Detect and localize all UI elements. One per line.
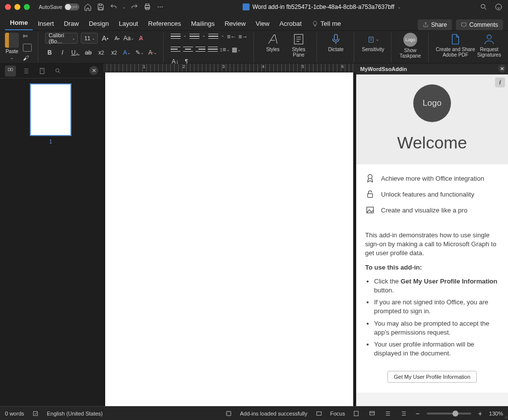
autosave-toggle[interactable]: OFF <box>64 3 79 10</box>
bullets-icon[interactable] <box>171 33 181 40</box>
close-pane-icon[interactable]: ✕ <box>498 65 506 72</box>
page-thumbnail[interactable] <box>30 83 71 136</box>
tab-insert[interactable]: Insert <box>33 17 59 30</box>
clear-format-icon[interactable]: A̷ <box>136 34 145 42</box>
tab-home[interactable]: Home <box>5 16 33 30</box>
autosave[interactable]: AutoSave OFF <box>39 3 79 10</box>
zoom-in[interactable]: + <box>478 410 482 418</box>
align-center-icon[interactable] <box>183 46 193 53</box>
share-button[interactable]: Share <box>418 19 452 30</box>
tab-layout[interactable]: Layout <box>114 17 143 30</box>
focus-mode[interactable]: Focus <box>330 411 345 417</box>
copy-icon[interactable] <box>23 44 32 52</box>
svg-point-4 <box>496 4 502 10</box>
tab-acrobat[interactable]: Acrobat <box>274 17 307 30</box>
change-case-icon[interactable]: Aa⌄ <box>125 34 133 42</box>
numbering-icon[interactable] <box>190 33 199 40</box>
word-count[interactable]: 0 words <box>5 411 24 417</box>
redo-icon[interactable] <box>130 2 139 11</box>
align-right-icon[interactable] <box>195 46 205 53</box>
tab-mailings[interactable]: Mailings <box>186 17 220 30</box>
focus-icon[interactable] <box>315 410 323 417</box>
svg-rect-9 <box>8 68 10 70</box>
justify-icon[interactable] <box>208 46 218 53</box>
paste-button[interactable]: Paste ⌄ <box>5 33 19 60</box>
addins-status-icon[interactable] <box>224 410 233 417</box>
undo-icon[interactable] <box>109 2 118 11</box>
title-caret-icon[interactable]: ⌄ <box>397 4 401 9</box>
styles-pane-button[interactable]: Styles Pane <box>287 33 311 58</box>
zoom-out[interactable]: − <box>415 410 419 418</box>
highlight-icon[interactable]: ✎⌄ <box>135 49 144 57</box>
ribbon-tabs: Home Insert Draw Design Layout Reference… <box>0 14 508 31</box>
home-icon[interactable] <box>83 2 92 11</box>
bold-icon[interactable]: B <box>45 49 54 57</box>
thumbnails-tab-icon[interactable] <box>5 66 16 76</box>
indent-left-icon[interactable]: ≡← <box>227 33 236 41</box>
superscript-icon[interactable]: x2 <box>110 49 119 57</box>
subscript-icon[interactable]: x2 <box>97 49 106 57</box>
align-left-icon[interactable] <box>171 46 181 53</box>
close-nav-icon[interactable]: ✕ <box>89 66 98 75</box>
request-signatures-button[interactable]: Request Signatures <box>477 33 501 58</box>
view-outline-icon[interactable] <box>383 410 392 417</box>
strikethrough-icon[interactable]: ab <box>84 49 93 57</box>
comments-button[interactable]: Comments <box>456 19 503 30</box>
close-window[interactable] <box>5 4 11 10</box>
tell-me[interactable]: Tell me <box>307 17 346 30</box>
tab-review[interactable]: Review <box>220 17 251 30</box>
text-effects-icon[interactable]: A⌄ <box>123 49 131 57</box>
document-page[interactable] <box>105 72 353 406</box>
design-icon <box>365 205 375 215</box>
tab-design[interactable]: Design <box>84 17 114 30</box>
zoom-slider[interactable] <box>427 413 471 415</box>
view-print-icon[interactable] <box>352 410 361 417</box>
shading-icon[interactable]: ▦⌄ <box>232 46 241 54</box>
spellcheck-icon[interactable] <box>31 410 40 417</box>
print-icon[interactable] <box>143 2 152 11</box>
horizontal-ruler[interactable]: 1 2 3 4 5 6 <box>103 64 356 72</box>
minimize-window[interactable] <box>14 4 20 10</box>
paste-caret-icon[interactable]: ⌄ <box>10 55 14 60</box>
view-draft-icon[interactable] <box>399 410 408 417</box>
undo-caret-icon[interactable]: ⌄ <box>122 4 126 9</box>
create-share-pdf-button[interactable]: Create and Share Adobe PDF <box>436 33 475 58</box>
view-web-icon[interactable] <box>368 410 377 417</box>
resize-corner-icon[interactable]: ⌟ <box>505 413 507 419</box>
search-tab-icon[interactable] <box>53 66 64 76</box>
font-size-select[interactable]: 11⌄ <box>81 33 98 44</box>
multilevel-icon[interactable] <box>208 33 218 40</box>
dictate-button[interactable]: Dictate <box>324 33 348 52</box>
styles-button[interactable]: Styles <box>261 33 285 52</box>
addins-status[interactable]: Add-ins loaded successfully <box>240 411 308 417</box>
sensitivity-button[interactable]: ⌄ Sensitivity <box>361 33 385 52</box>
paste-icon <box>5 33 19 48</box>
tab-draw[interactable]: Draw <box>59 17 84 30</box>
pages-tab-icon[interactable] <box>37 66 48 76</box>
underline-icon[interactable]: U⌄ <box>71 49 80 57</box>
show-taskpane-button[interactable]: Logo Show Taskpane <box>398 33 422 59</box>
headings-tab-icon[interactable] <box>21 66 32 76</box>
document-title[interactable]: Word add-in fb525471-1cbe-48a4-8cb8-a753… <box>169 3 475 10</box>
font-color-icon[interactable]: A⌄ <box>148 49 157 57</box>
tab-view[interactable]: View <box>251 17 274 30</box>
format-painter-icon[interactable]: 🖌 <box>23 55 32 63</box>
feature-item: Achieve more with Office integration <box>365 170 499 186</box>
maximize-window[interactable] <box>24 4 30 10</box>
ellipsis-icon[interactable]: ⋯ <box>156 2 165 11</box>
increase-font-icon[interactable]: A▴ <box>101 34 110 42</box>
tab-references[interactable]: References <box>143 17 186 30</box>
get-profile-button[interactable]: Get My User Profile Information <box>387 371 477 383</box>
info-icon[interactable]: i <box>495 77 505 87</box>
line-spacing-icon[interactable]: ↕≡⌄ <box>220 46 229 54</box>
cut-icon[interactable]: ✄ <box>23 33 32 41</box>
font-name-select[interactable]: Calibri (Bo...⌄ <box>45 33 78 44</box>
decrease-font-icon[interactable]: A▾ <box>113 34 122 42</box>
italic-icon[interactable]: I <box>58 49 67 57</box>
zoom-level[interactable]: 130% <box>489 411 503 417</box>
language[interactable]: English (United States) <box>47 411 103 417</box>
indent-right-icon[interactable]: ≡→ <box>239 33 248 41</box>
save-icon[interactable] <box>96 2 105 11</box>
search-icon[interactable] <box>479 2 488 11</box>
smiley-icon[interactable] <box>494 2 503 11</box>
